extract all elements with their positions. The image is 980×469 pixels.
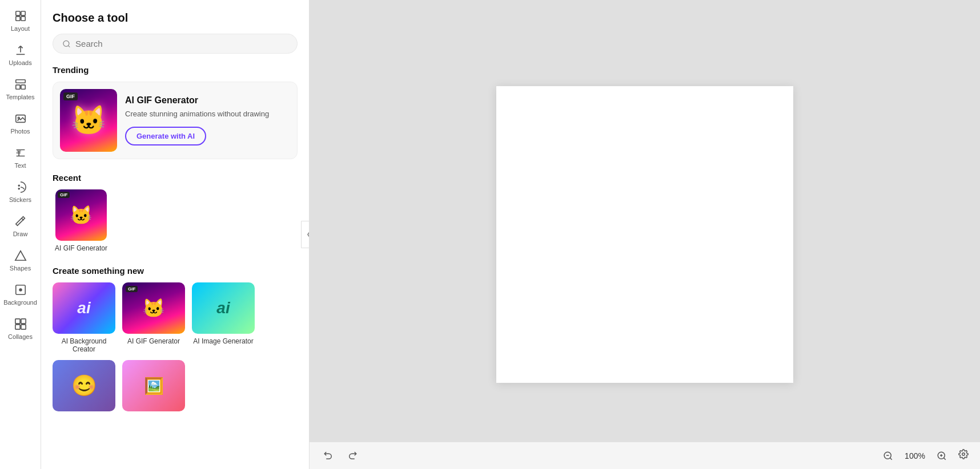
trending-thumbnail: GIF 🐱 bbox=[60, 89, 117, 152]
create-section-title: Create something new bbox=[53, 266, 298, 276]
sidebar-item-layout-label: Layout bbox=[11, 25, 30, 32]
redo-button[interactable] bbox=[343, 448, 362, 463]
zoom-out-button[interactable] bbox=[878, 448, 898, 463]
create-thumb-tool5: 🖼️ bbox=[122, 360, 185, 411]
create-label-ai-image: AI Image Generator bbox=[193, 337, 253, 345]
svg-point-20 bbox=[63, 41, 69, 46]
recent-item-gif-label: AI GIF Generator bbox=[55, 244, 107, 252]
sidebar-item-draw[interactable]: Draw bbox=[2, 210, 39, 242]
generate-with-ai-button[interactable]: Generate with AI bbox=[125, 127, 206, 145]
undo-button[interactable] bbox=[319, 448, 338, 463]
svg-text:T: T bbox=[17, 149, 21, 157]
sidebar-item-photos-label: Photos bbox=[10, 128, 30, 135]
sidebar-item-uploads[interactable]: Uploads bbox=[2, 39, 39, 71]
svg-point-23 bbox=[962, 453, 965, 456]
sidebar-item-uploads-label: Uploads bbox=[9, 59, 31, 66]
sidebar-item-stickers[interactable]: Stickers bbox=[2, 176, 39, 208]
undo-redo-group bbox=[319, 448, 362, 463]
gif-small-badge: GIF bbox=[58, 192, 70, 198]
sidebar-item-layout[interactable]: Layout bbox=[2, 5, 39, 37]
trending-tool-description: Create stunning animations without drawi… bbox=[125, 109, 290, 119]
canvas-paper bbox=[496, 86, 793, 383]
bottom-bar: 100% bbox=[310, 442, 980, 469]
svg-marker-12 bbox=[15, 251, 25, 261]
svg-rect-5 bbox=[15, 85, 19, 89]
recent-thumb-gif: GIF 🐱 bbox=[55, 189, 107, 241]
search-icon bbox=[62, 39, 71, 48]
zoom-level-display: 100% bbox=[902, 451, 927, 460]
create-thumb-tool4: 😊 bbox=[53, 360, 115, 411]
sidebar-item-draw-label: Draw bbox=[13, 231, 28, 237]
svg-point-11 bbox=[18, 188, 19, 189]
sidebar-item-shapes[interactable]: Shapes bbox=[2, 244, 39, 276]
svg-rect-16 bbox=[15, 319, 19, 324]
templates-icon bbox=[14, 78, 27, 91]
recent-section-title: Recent bbox=[53, 173, 298, 183]
trending-section-title: Trending bbox=[53, 65, 298, 75]
canvas-area: 100% bbox=[310, 0, 980, 469]
sidebar-item-collages-label: Collages bbox=[8, 333, 33, 340]
svg-rect-0 bbox=[15, 11, 19, 15]
sidebar-item-templates[interactable]: Templates bbox=[2, 73, 39, 105]
create-thumb-ai-background: ai bbox=[53, 282, 115, 334]
cat-silhouette: 🐱 bbox=[71, 104, 106, 137]
panel-collapse-handle[interactable] bbox=[301, 221, 310, 248]
uploads-icon bbox=[14, 43, 27, 57]
sidebar-item-shapes-label: Shapes bbox=[10, 265, 31, 272]
layout-icon bbox=[14, 9, 27, 23]
trending-info: AI GIF Generator Create stunning animati… bbox=[125, 95, 290, 145]
text-icon: T bbox=[14, 146, 27, 160]
svg-rect-3 bbox=[21, 17, 25, 21]
create-item-ai-background[interactable]: ai AI Background Creator bbox=[53, 282, 115, 353]
sidebar-item-collages[interactable]: Collages bbox=[2, 313, 39, 345]
panel-title: Choose a tool bbox=[53, 11, 298, 25]
sidebar-item-background-label: Background bbox=[3, 299, 37, 306]
create-item-ai-gif[interactable]: GIF 🐱 AI GIF Generator bbox=[122, 282, 185, 353]
draw-icon bbox=[14, 215, 27, 228]
svg-rect-4 bbox=[15, 80, 25, 83]
photos-icon bbox=[14, 112, 27, 126]
gif-badge: GIF bbox=[63, 92, 78, 100]
zoom-in-button[interactable] bbox=[932, 448, 951, 463]
create-thumb-ai-gif: GIF 🐱 bbox=[122, 282, 185, 334]
create-label-ai-background: AI Background Creator bbox=[53, 337, 115, 353]
search-bar[interactable] bbox=[53, 34, 298, 54]
sidebar-item-background[interactable]: Background bbox=[2, 278, 39, 310]
create-label-ai-gif: AI GIF Generator bbox=[127, 337, 180, 345]
shapes-icon bbox=[14, 249, 27, 262]
svg-rect-6 bbox=[21, 85, 25, 89]
trending-tool-name: AI GIF Generator bbox=[125, 95, 290, 106]
canvas-workspace[interactable] bbox=[310, 0, 980, 469]
settings-button[interactable] bbox=[956, 447, 971, 464]
svg-rect-1 bbox=[21, 11, 25, 15]
stickers-icon bbox=[14, 180, 27, 194]
svg-point-15 bbox=[19, 288, 22, 292]
create-item-tool5[interactable]: 🖼️ bbox=[122, 360, 185, 415]
svg-rect-19 bbox=[21, 325, 25, 329]
recent-items-row: GIF 🐱 AI GIF Generator bbox=[53, 189, 298, 252]
sidebar-item-templates-label: Templates bbox=[6, 94, 34, 100]
create-item-tool4[interactable]: 😊 bbox=[53, 360, 115, 415]
collages-icon bbox=[14, 317, 27, 331]
search-input[interactable] bbox=[75, 39, 288, 48]
sidebar-nav: Layout Uploads Templates Photos bbox=[0, 0, 41, 469]
create-items-grid: ai AI Background Creator GIF 🐱 AI GIF Ge… bbox=[53, 282, 298, 415]
tool-panel: Choose a tool Trending GIF 🐱 AI GIF Gene… bbox=[41, 0, 310, 469]
sidebar-item-text-label: Text bbox=[14, 162, 26, 169]
create-item-ai-image[interactable]: ai AI Image Generator bbox=[192, 282, 255, 353]
create-thumb-ai-image: ai bbox=[192, 282, 255, 334]
sidebar-item-stickers-label: Stickers bbox=[9, 196, 31, 203]
trending-card: GIF 🐱 AI GIF Generator Create stunning a… bbox=[53, 82, 298, 159]
svg-rect-17 bbox=[21, 319, 25, 324]
svg-rect-2 bbox=[15, 17, 19, 21]
sidebar-item-text[interactable]: T Text bbox=[2, 141, 39, 173]
sidebar-item-photos[interactable]: Photos bbox=[2, 107, 39, 139]
svg-point-10 bbox=[18, 185, 19, 186]
recent-item-gif[interactable]: GIF 🐱 AI GIF Generator bbox=[53, 189, 110, 252]
background-icon bbox=[14, 283, 27, 297]
svg-rect-18 bbox=[15, 325, 19, 329]
